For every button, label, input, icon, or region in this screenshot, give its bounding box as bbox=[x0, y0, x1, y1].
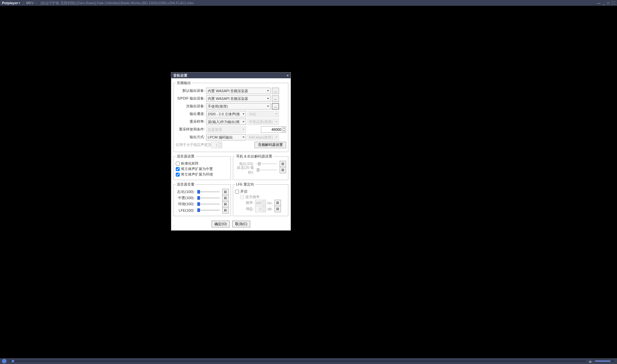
resample-label: 重采样率: bbox=[176, 119, 205, 124]
spin-up-icon[interactable]: ▲ bbox=[282, 127, 286, 129]
channels-select[interactable]: 2/0/0 - 2.0 立体声(推荐) bbox=[206, 111, 246, 117]
resample-select[interactable]: 源(输入)作为输出(推荐) bbox=[206, 119, 246, 125]
secondary-device-label: 次输出设备: bbox=[176, 104, 205, 109]
lfe-boost-checkbox bbox=[240, 195, 244, 199]
seek-thumb[interactable] bbox=[12, 360, 14, 362]
settings-icon[interactable]: — bbox=[597, 1, 600, 5]
expand-surround-checkbox[interactable] bbox=[176, 173, 180, 177]
default-device-label: 默认输出设备: bbox=[176, 88, 205, 93]
dialog-titlebar[interactable]: 音轨设置 × bbox=[171, 72, 291, 78]
minimize-button[interactable]: _ bbox=[603, 1, 605, 5]
delay-reset-button[interactable]: R bbox=[280, 167, 286, 173]
level-slider bbox=[256, 163, 277, 164]
bitrate-select: 640 kbps(推荐) bbox=[247, 134, 279, 140]
window-controls: — _ □ ⛶ bbox=[597, 1, 615, 5]
lr-label: 左/右(100): bbox=[176, 189, 194, 194]
lfe-reset-button[interactable]: R bbox=[222, 207, 229, 214]
maximize-button[interactable]: □ bbox=[607, 1, 609, 5]
spdif-device-select[interactable]: 内置 WASAPI 音频渲染器 bbox=[206, 95, 271, 102]
video-area[interactable] bbox=[0, 6, 617, 358]
spin-down-icon: ▼ bbox=[262, 203, 266, 206]
delay-label: 延迟(20 毫秒): bbox=[235, 165, 254, 175]
resample-rate-spinner[interactable]: ▲▼ bbox=[261, 126, 286, 133]
delay-slider bbox=[256, 169, 277, 170]
play-indicator-icon[interactable] bbox=[2, 359, 6, 363]
channels-label: 输出通道: bbox=[176, 111, 205, 116]
center-volume-label: 中置(100): bbox=[176, 196, 194, 200]
mute-icon[interactable]: 🔈 bbox=[589, 359, 593, 363]
only-more-checkbox bbox=[206, 143, 210, 147]
separator: | bbox=[36, 1, 37, 5]
normalize-checkbox[interactable] bbox=[176, 162, 180, 166]
lr-slider[interactable] bbox=[197, 191, 220, 192]
secondary-device-select[interactable]: 不使用(推荐) bbox=[206, 103, 271, 110]
spin-up-icon: ▲ bbox=[262, 200, 266, 203]
audio-output-legend: 音频输出 bbox=[176, 81, 192, 85]
dialog-title: 音轨设置 bbox=[173, 73, 187, 78]
mixer-volume-group: 混音器音量 左/右(100): R 中置(100): R 环绕(100): R bbox=[174, 182, 231, 216]
mixer-volume-legend: 混音器音量 bbox=[176, 182, 195, 187]
app-name-label: Potplayer bbox=[2, 1, 18, 5]
cancel-button[interactable]: 取消(C) bbox=[232, 221, 250, 227]
lr-reset-button[interactable]: R bbox=[222, 189, 229, 195]
lfe-enable-label: 开启 bbox=[240, 189, 247, 194]
expand-center-label: 将立体声扩展为中置 bbox=[181, 167, 213, 171]
audio-output-group: 音频输出 默认输出设备: 内置 WASAPI 音频渲染器 ... S/PDIF … bbox=[174, 81, 288, 152]
resample-cond-label: 重采样使用条件: bbox=[176, 127, 205, 132]
lfe-gain-unit: dB bbox=[267, 207, 273, 211]
audio-settings-dialog: 音轨设置 × 音频输出 默认输出设备: 内置 WASAPI 音频渲染器 ... … bbox=[171, 72, 291, 231]
seek-bar[interactable] bbox=[9, 360, 586, 362]
expand-surround-label: 将立体声扩展为环绕 bbox=[181, 172, 213, 177]
level-reset-button[interactable]: R bbox=[280, 161, 286, 167]
spdif-device-browse-button[interactable]: ... bbox=[272, 95, 279, 102]
output-mode-label: 输出方式: bbox=[176, 135, 205, 139]
secondary-device-browse-button[interactable]: ... bbox=[272, 103, 279, 110]
headphone-legend: 耳机 & 杜比解码器设置 bbox=[235, 154, 273, 159]
normalize-label: 标准化矩阵 bbox=[181, 161, 199, 166]
lfe-freq-unit: Hz bbox=[267, 201, 273, 205]
app-menu[interactable]: Potplayer ▾ bbox=[2, 1, 20, 5]
only-more-spinner: ▲▼ bbox=[211, 142, 222, 148]
lfe-freq-spinner: ▲▼ bbox=[255, 200, 266, 206]
resample-cond-select: 总是使用 bbox=[206, 126, 246, 133]
default-device-select[interactable]: 内置 WASAPI 音频渲染器 bbox=[206, 88, 271, 94]
spin-down-icon: ▼ bbox=[262, 209, 266, 212]
ok-button[interactable]: 确定(O) bbox=[212, 221, 230, 227]
close-icon[interactable]: × bbox=[287, 73, 289, 77]
surround-volume-label: 环绕(100): bbox=[176, 202, 194, 206]
filename-label: [命运守护夜.无限剑制].[Zero-Raws].Fate.Unlimited.… bbox=[41, 1, 194, 5]
separator: | bbox=[23, 1, 24, 5]
lfe-redirect-group: LFE 重定向 开启 提升频率 频率: ▲▼ Hz R bbox=[233, 182, 288, 216]
lfe-volume-label: LFE(100): bbox=[176, 208, 194, 212]
center-slider[interactable] bbox=[197, 197, 220, 198]
mixer-settings-legend: 混音器设置 bbox=[176, 154, 195, 159]
expand-center-checkbox[interactable] bbox=[176, 167, 180, 171]
titlebar: Potplayer ▾ | MKV | [命运守护夜.无限剑制].[Zero-R… bbox=[0, 0, 617, 6]
chevron-down-icon: ▾ bbox=[19, 2, 20, 5]
lfe-boost-label: 提升频率 bbox=[245, 195, 260, 199]
output-mode-select[interactable]: LPCM 编码输出 bbox=[206, 134, 246, 140]
mixer-settings-group: 混音器设置 标准化矩阵 将立体声扩展为中置 将立体声扩展为环绕 bbox=[174, 154, 231, 180]
lfe-slider[interactable] bbox=[197, 210, 220, 211]
lfe-gain-label: 增益: bbox=[235, 206, 254, 211]
default-device-browse-button[interactable]: ... bbox=[272, 88, 279, 94]
spdif-device-label: S/PDIF 输出设备: bbox=[176, 96, 205, 101]
format-label: MKV bbox=[26, 1, 34, 5]
surround-slider[interactable] bbox=[197, 204, 220, 205]
spin-up-icon: ▲ bbox=[218, 142, 222, 145]
spin-down-icon: ▼ bbox=[218, 145, 222, 148]
resample-quality-select: 中等品质(推荐) bbox=[247, 119, 279, 125]
center-reset-button[interactable]: R bbox=[222, 195, 229, 201]
volume-slider[interactable] bbox=[595, 360, 614, 362]
lfe-freq-reset-button[interactable]: R bbox=[274, 200, 281, 206]
status-bar: 🔈 bbox=[0, 358, 617, 364]
fullscreen-button[interactable]: ⛶ bbox=[612, 1, 615, 5]
surround-reset-button[interactable]: R bbox=[222, 201, 229, 207]
lfe-enable-checkbox[interactable] bbox=[235, 190, 239, 194]
lfe-gain-spinner: ▲▼ bbox=[255, 206, 266, 212]
bitdepth-select: 24位 bbox=[247, 111, 279, 117]
headphone-group: 耳机 & 杜比解码器设置 电位(10): R 延迟(20 毫秒): R bbox=[233, 154, 288, 180]
spin-down-icon[interactable]: ▼ bbox=[282, 129, 286, 132]
decoder-settings-button[interactable]: 音频解码器设置 bbox=[254, 142, 286, 148]
lfe-gain-reset-button[interactable]: R bbox=[274, 206, 281, 212]
